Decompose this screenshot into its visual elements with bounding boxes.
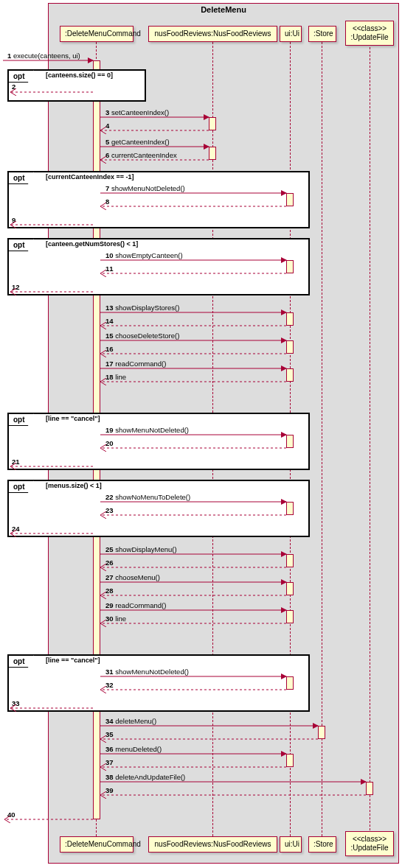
- activation-store-1: [318, 726, 325, 739]
- msg-14: 14: [105, 317, 114, 325]
- msg-11: 11: [105, 265, 114, 273]
- participant-ui-bottom: ui:Ui: [280, 836, 302, 853]
- msg-24: 24: [12, 525, 20, 533]
- msg-8: 8: [105, 197, 109, 206]
- activation-ui-1: [286, 193, 294, 206]
- activation-ui-7: [286, 502, 294, 515]
- msg-23: 23: [105, 506, 114, 514]
- participant-uf-top: <<class>> :UpdateFile: [345, 21, 394, 46]
- activation-ui-4: [286, 340, 294, 354]
- msg-7: 7 showMenuNotDeleted(): [105, 184, 185, 192]
- msg-17: 17 readCommand(): [105, 360, 166, 368]
- activation-ui-8: [286, 554, 294, 567]
- msg-25: 25 showDisplayMenu(): [105, 545, 177, 553]
- guard-1: [canteens.size() == 0]: [46, 71, 113, 79]
- diagram-title: DeleteMenu: [48, 3, 399, 16]
- activation-ui-10: [286, 610, 294, 623]
- guard-6: [line == "cancel"]: [46, 657, 100, 664]
- msg-10: 10 showEmptyCanteen(): [105, 251, 183, 259]
- msg-4: 4: [105, 122, 109, 130]
- stereotype: <<class>>: [353, 835, 387, 843]
- participant-nfr-top: nusFoodReviews:NusFoodReviews: [148, 26, 277, 42]
- msg-28: 28: [105, 587, 114, 595]
- msg-35: 35: [105, 730, 114, 738]
- activation-nfr-2: [209, 147, 216, 160]
- msg-40: 40: [7, 811, 15, 819]
- msg-6: 6 currentCanteenIndex: [105, 151, 177, 159]
- msg-1: 1 execute(canteens, ui): [7, 52, 80, 60]
- msg-22: 22 showNoMenuToDelete(): [105, 493, 190, 501]
- msg-15: 15 chooseDeleteStore(): [105, 332, 179, 340]
- msg-37: 37: [105, 758, 114, 766]
- participant-store-bottom: :Store: [308, 836, 336, 853]
- guard-3: [canteen.getNumStores() < 1]: [46, 240, 138, 248]
- msg-27: 27 chooseMenu(): [105, 573, 160, 581]
- stereotype: <<class>>: [353, 24, 387, 32]
- msg-20: 20: [105, 439, 114, 447]
- guard-4: [line == "cancel"]: [46, 415, 100, 422]
- msg-34: 34 deleteMenu(): [105, 717, 156, 725]
- activation-ui-12: [286, 754, 294, 767]
- participant-nfr-bottom: nusFoodReviews:NusFoodReviews: [148, 836, 277, 853]
- msg-36: 36 menuDeleted(): [105, 745, 162, 753]
- msg-39: 39: [105, 786, 114, 794]
- participant-ui-top: ui:Ui: [280, 26, 302, 42]
- participant-name: :UpdateFile: [350, 844, 388, 852]
- sequence-diagram: DeleteMenu :DeleteMenuCommand nusFoodRev…: [1, 1, 401, 867]
- activation-uf-1: [366, 782, 373, 795]
- lifeline-updatefile: [370, 47, 370, 834]
- msg-18: 18 line: [105, 373, 126, 381]
- msg-31: 31 showMenuNotDeleted(): [105, 668, 189, 676]
- msg-32: 32: [105, 681, 114, 689]
- lifeline-store: [322, 42, 322, 836]
- msg-16: 16: [105, 345, 114, 353]
- msg-12: 12: [12, 283, 20, 291]
- msg-33: 33: [12, 699, 20, 707]
- participant-store-top: :Store: [308, 26, 336, 42]
- activation-ui-3: [286, 312, 294, 326]
- activation-nfr-1: [209, 117, 216, 130]
- msg-3: 3 setCanteenIndex(): [105, 108, 169, 116]
- msg-30: 30 line: [105, 615, 126, 623]
- msg-19: 19 showMenuNotDeleted(): [105, 426, 189, 434]
- guard-2: [currentCanteenIndex == -1]: [46, 173, 134, 181]
- guard-5: [menus.size() < 1]: [46, 482, 102, 489]
- msg-26: 26: [105, 559, 114, 567]
- activation-ui-6: [286, 435, 294, 448]
- msg-2: 2: [12, 83, 15, 91]
- msg-13: 13 showDisplayStores(): [105, 304, 179, 312]
- activation-ui-9: [286, 582, 294, 595]
- participant-uf-bottom: <<class>> :UpdateFile: [345, 831, 394, 856]
- participant-cmd-bottom: :DeleteMenuCommand: [60, 836, 134, 853]
- msg-29: 29 readCommand(): [105, 601, 166, 609]
- participant-name: :UpdateFile: [350, 33, 388, 41]
- activation-ui-11: [286, 676, 294, 690]
- participant-cmd-top: :DeleteMenuCommand: [60, 26, 134, 42]
- msg-5: 5 getCanteenIndex(): [105, 138, 170, 146]
- activation-ui-5: [286, 368, 294, 382]
- activation-ui-2: [286, 260, 294, 273]
- msg-9: 9: [12, 216, 15, 224]
- msg-21: 21: [12, 458, 20, 466]
- msg-38: 38 deleteAndUpdateFile(): [105, 773, 185, 781]
